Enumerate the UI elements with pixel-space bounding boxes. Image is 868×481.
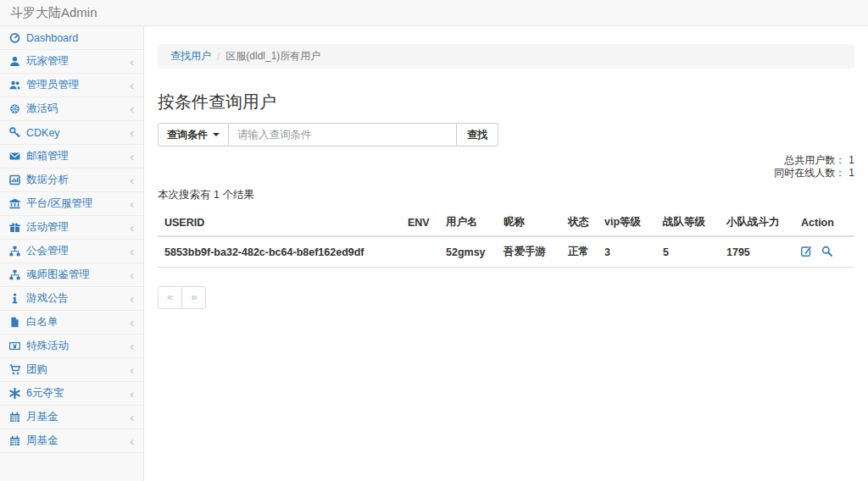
main-content: 查找用户 / 区服(dldl_1)所有用户 按条件查询用户 查询条件 查找 总共… bbox=[144, 26, 868, 481]
top-navbar: 斗罗大陆Admin bbox=[0, 0, 868, 26]
money-icon bbox=[9, 340, 20, 351]
sidebar-item-label: 管理员管理 bbox=[26, 78, 80, 92]
sidebar-item-label: 平台/区服管理 bbox=[26, 196, 92, 211]
col-header-status: 状态 bbox=[561, 209, 598, 236]
chevron-left-icon: ‹ bbox=[130, 198, 134, 210]
chevron-left-icon: ‹ bbox=[130, 80, 134, 91]
sidebar-item-label: 白名单 bbox=[26, 315, 58, 329]
calendar-icon bbox=[9, 435, 20, 446]
chevron-left-icon: ‹ bbox=[130, 127, 134, 139]
cart-icon bbox=[9, 364, 20, 375]
sidebar-item-label: 活动管理 bbox=[26, 220, 69, 235]
chevron-left-icon: ‹ bbox=[130, 293, 134, 305]
sidebar-item-weekly-fund[interactable]: 周基金‹ bbox=[0, 429, 143, 453]
pagination: « » bbox=[158, 286, 206, 309]
cell-nickname: 吾爱手游 bbox=[497, 236, 561, 268]
sidebar-item-group-buy[interactable]: 团购‹ bbox=[0, 358, 143, 382]
results-table: USERID ENV 用户名 昵称 状态 vip等级 战队等级 小队战斗力 Ac… bbox=[158, 209, 854, 268]
search-input[interactable] bbox=[229, 123, 456, 147]
sidebar-item-label: CDKey bbox=[26, 127, 60, 139]
sidebar-item-label: 团购 bbox=[26, 362, 47, 377]
sidebar-item-label: 月基金 bbox=[26, 410, 58, 424]
file-icon bbox=[9, 317, 20, 328]
sidebar-item-monthly-fund[interactable]: 月基金‹ bbox=[0, 406, 143, 429]
sidebar-item-label: 魂师图鉴管理 bbox=[26, 268, 90, 282]
info-icon bbox=[9, 293, 20, 304]
sidebar-item-label: 特殊活动 bbox=[26, 339, 69, 353]
chevron-left-icon: ‹ bbox=[130, 388, 134, 400]
sidebar-item-label: 公会管理 bbox=[26, 244, 69, 258]
sidebar-item-player-mgmt[interactable]: 玩家管理‹ bbox=[0, 50, 143, 74]
sidebar-item-data-analysis[interactable]: 数据分析‹ bbox=[0, 169, 143, 192]
sidebar-item-cdkey[interactable]: CDKey‹ bbox=[0, 121, 143, 145]
cell-username: 52gmsy bbox=[439, 236, 497, 268]
sidebar-item-label: 激活码 bbox=[26, 102, 58, 116]
search-button[interactable]: 查找 bbox=[456, 123, 498, 147]
chevron-left-icon: ‹ bbox=[130, 56, 134, 68]
caret-down-icon bbox=[213, 133, 220, 136]
sidebar-item-admin-mgmt[interactable]: 管理员管理‹ bbox=[0, 74, 143, 97]
col-header-userid: USERID bbox=[158, 209, 401, 236]
total-users-stat: 总共用户数：1 bbox=[158, 154, 854, 167]
activation-wheel-icon bbox=[9, 103, 20, 114]
sidebar-item-game-announcement[interactable]: 游戏公告‹ bbox=[0, 287, 143, 311]
col-header-team-level: 战队等级 bbox=[656, 209, 720, 236]
sidebar-item-label: 玩家管理 bbox=[26, 54, 69, 69]
chevron-left-icon: ‹ bbox=[130, 412, 134, 423]
calendar-icon bbox=[9, 412, 20, 423]
sidebar-item-activity-mgmt[interactable]: 活动管理‹ bbox=[0, 216, 143, 240]
cell-env bbox=[401, 236, 439, 268]
sidebar-item-label: Dashboard bbox=[26, 32, 78, 44]
chevron-left-icon: ‹ bbox=[130, 174, 134, 186]
sidebar-item-6yuan-treasure[interactable]: 6元夺宝‹ bbox=[0, 382, 143, 406]
sidebar-item-label: 邮箱管理 bbox=[26, 149, 69, 163]
sidebar-item-soul-master-mgmt[interactable]: 魂师图鉴管理‹ bbox=[0, 263, 143, 287]
filter-dropdown-button[interactable]: 查询条件 bbox=[158, 123, 229, 147]
sidebar-item-special-activity[interactable]: 特殊活动‹ bbox=[0, 334, 143, 358]
sidebar-item-guild-mgmt[interactable]: 公会管理‹ bbox=[0, 240, 143, 263]
app-brand: 斗罗大陆Admin bbox=[10, 5, 97, 21]
col-header-env: ENV bbox=[401, 209, 439, 236]
chevron-left-icon: ‹ bbox=[130, 317, 134, 329]
sidebar-item-dashboard[interactable]: Dashboard bbox=[0, 26, 143, 50]
sidebar-item-platform-server-mgmt[interactable]: 平台/区服管理‹ bbox=[0, 192, 143, 216]
chevron-left-icon: ‹ bbox=[130, 340, 134, 352]
pagination-next-button[interactable]: » bbox=[181, 286, 206, 309]
chevron-left-icon: ‹ bbox=[130, 435, 134, 447]
sidebar-item-activation-code[interactable]: 激活码‹ bbox=[0, 97, 143, 121]
col-header-action: Action bbox=[794, 209, 854, 236]
total-users-value: 1 bbox=[849, 154, 854, 166]
col-header-vip-level: vip等级 bbox=[598, 209, 656, 236]
cell-status: 正常 bbox=[561, 236, 598, 268]
gift-icon bbox=[9, 222, 20, 233]
envelope-icon bbox=[9, 151, 20, 162]
chevron-left-icon: ‹ bbox=[130, 364, 134, 376]
chevron-left-icon: ‹ bbox=[130, 222, 134, 234]
user-stats: 总共用户数：1 同时在线人数：1 bbox=[158, 154, 854, 180]
chevron-left-icon: ‹ bbox=[130, 246, 134, 257]
chevron-left-icon: ‹ bbox=[130, 103, 134, 115]
view-user-icon[interactable] bbox=[821, 246, 832, 259]
cell-team-level: 5 bbox=[656, 236, 720, 268]
col-header-nickname: 昵称 bbox=[497, 209, 561, 236]
table-header-row: USERID ENV 用户名 昵称 状态 vip等级 战队等级 小队战斗力 Ac… bbox=[158, 209, 854, 236]
bank-icon bbox=[9, 198, 20, 209]
result-summary: 本次搜索有 1 个结果 bbox=[158, 188, 854, 202]
key-icon bbox=[9, 127, 20, 138]
breadcrumb-link-find-user[interactable]: 查找用户 bbox=[170, 49, 211, 64]
sidebar-item-whitelist[interactable]: 白名单‹ bbox=[0, 311, 143, 334]
filter-dropdown-label: 查询条件 bbox=[167, 128, 208, 142]
cell-action bbox=[794, 236, 854, 268]
user-icon bbox=[9, 56, 20, 67]
online-users-stat: 同时在线人数：1 bbox=[158, 167, 854, 180]
page-title: 按条件查询用户 bbox=[158, 91, 854, 113]
pagination-prev-button[interactable]: « bbox=[158, 286, 182, 309]
chevron-left-icon: ‹ bbox=[130, 151, 134, 163]
col-header-squad-power: 小队战斗力 bbox=[720, 209, 794, 236]
sidebar-item-label: 6元夺宝 bbox=[26, 386, 64, 401]
edit-user-icon[interactable] bbox=[801, 246, 812, 259]
sidebar-item-label: 数据分析 bbox=[26, 173, 69, 187]
sidebar-item-mail-mgmt[interactable]: 邮箱管理‹ bbox=[0, 145, 143, 169]
chevron-left-icon: ‹ bbox=[130, 269, 134, 281]
cell-squad-power: 1795 bbox=[720, 236, 794, 268]
